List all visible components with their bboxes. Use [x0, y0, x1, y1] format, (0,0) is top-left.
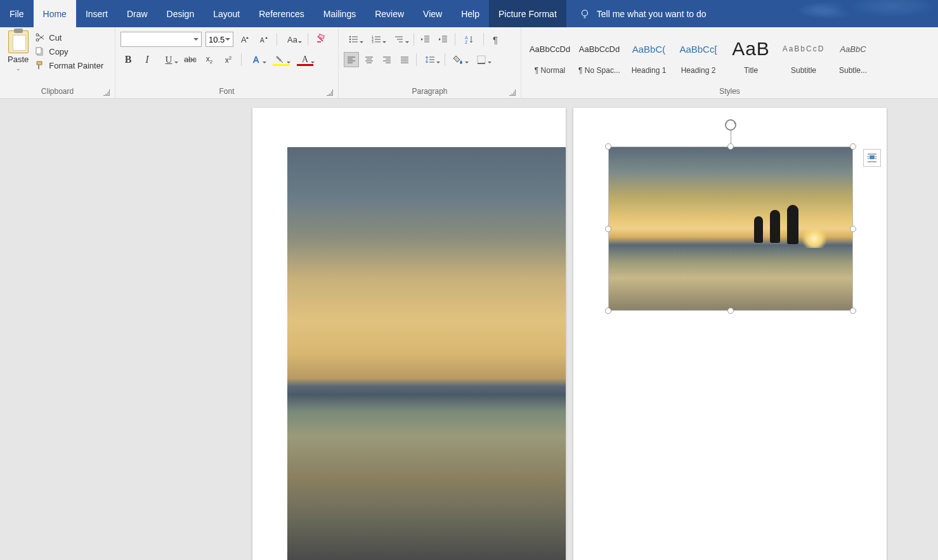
tab-design[interactable]: Design	[157, 0, 204, 27]
style-item-heading-2[interactable]: AaBbCc[Heading 2	[674, 29, 723, 76]
tab-layout[interactable]: Layout	[204, 0, 249, 27]
svg-rect-4	[36, 48, 41, 54]
sort-button[interactable]: AZ	[459, 32, 479, 47]
resize-handle-e[interactable]	[850, 226, 856, 232]
copy-icon	[35, 46, 45, 56]
resize-handle-sw[interactable]	[605, 308, 611, 314]
style-item-subtle-[interactable]: AaBbCSubtle...	[828, 29, 878, 76]
align-left-button[interactable]	[344, 52, 359, 67]
italic-button[interactable]: I	[140, 52, 155, 67]
shading-button[interactable]	[449, 52, 469, 67]
tell-me-search[interactable]: Tell me what you want to do	[579, 0, 707, 27]
text-effects-button[interactable]: A	[247, 52, 267, 67]
align-right-button[interactable]	[379, 52, 394, 67]
page-1[interactable]	[252, 108, 566, 560]
style-item--no-spac-[interactable]: AaBbCcDd¶ No Spac...	[575, 29, 624, 76]
align-center-button[interactable]	[362, 52, 377, 67]
style-preview: AaBbC(	[632, 32, 666, 66]
decorative-paint	[786, 0, 938, 25]
font-name-combo[interactable]	[121, 32, 202, 47]
group-paragraph: 123 AZ	[339, 27, 521, 98]
show-hide-marks-button[interactable]: ¶	[488, 32, 503, 47]
style-item-heading-1[interactable]: AaBbC(Heading 1	[624, 29, 674, 76]
font-size-input[interactable]	[205, 32, 233, 47]
resize-handle-nw[interactable]	[605, 143, 611, 150]
separator	[416, 53, 417, 66]
strikethrough-button[interactable]: abc	[183, 52, 198, 67]
style-item-subtitle[interactable]: AaBbCcDSubtitle	[779, 29, 828, 76]
resize-handle-w[interactable]	[605, 226, 611, 232]
styles-gallery[interactable]: AaBbCcDd¶ NormalAaBbCcDd¶ No Spac...AaBb…	[525, 29, 878, 76]
underline-button[interactable]: U	[159, 52, 179, 67]
grow-font-button[interactable]: A	[237, 32, 252, 47]
resize-handle-n[interactable]	[727, 143, 734, 150]
style-item--normal[interactable]: AaBbCcDd¶ Normal	[525, 29, 575, 76]
change-case-button[interactable]: Aa	[282, 32, 303, 47]
paste-label: Paste	[8, 55, 29, 64]
style-preview: AaBbC	[840, 32, 866, 66]
svg-text:Z: Z	[465, 40, 468, 44]
paragraph-launcher[interactable]	[509, 89, 516, 96]
highlight-button[interactable]	[271, 52, 291, 67]
tab-picture-format[interactable]: Picture Format	[489, 0, 566, 27]
bold-button[interactable]: B	[121, 52, 136, 67]
shrink-font-button[interactable]: A	[256, 32, 271, 47]
document-area[interactable]	[0, 99, 938, 560]
tab-view[interactable]: View	[414, 0, 452, 27]
style-preview: AaBbCcDd	[579, 32, 620, 66]
multilevel-list-button[interactable]	[389, 32, 410, 47]
style-item-title[interactable]: AaBTitle	[723, 29, 779, 76]
svg-text:A: A	[260, 37, 264, 44]
line-spacing-button[interactable]	[420, 52, 441, 67]
rotate-handle[interactable]	[724, 118, 738, 132]
clear-formatting-button[interactable]	[313, 32, 329, 47]
decrease-indent-button[interactable]	[418, 32, 433, 47]
clipboard-launcher[interactable]	[103, 89, 110, 96]
tab-mailings[interactable]: Mailings	[314, 0, 365, 27]
inserted-picture-1[interactable]	[287, 147, 566, 560]
increase-indent-button[interactable]	[436, 32, 451, 47]
style-name-label: Heading 1	[625, 66, 672, 75]
style-name-label: ¶ Normal	[526, 66, 573, 75]
style-name-label: Title	[724, 66, 778, 75]
cut-button[interactable]: Cut	[34, 32, 105, 43]
layout-options-button[interactable]	[863, 149, 881, 167]
svg-point-9	[349, 36, 351, 37]
separator	[455, 33, 455, 46]
font-size-combo[interactable]	[205, 32, 233, 47]
tab-file[interactable]: File	[0, 0, 34, 27]
subscript-button[interactable]: x2	[202, 52, 217, 67]
tab-home[interactable]: Home	[34, 0, 76, 27]
format-painter-button[interactable]: Format Painter	[34, 60, 105, 71]
tab-review[interactable]: Review	[365, 0, 414, 27]
paste-button[interactable]: Paste ⌄	[4, 29, 32, 73]
numbering-button[interactable]: 123	[367, 32, 387, 47]
font-launcher[interactable]	[327, 89, 333, 96]
group-styles: AaBbCcDd¶ NormalAaBbCcDd¶ No Spac...AaBb…	[521, 27, 938, 98]
tab-draw[interactable]: Draw	[117, 0, 157, 27]
style-name-label: Subtitle	[780, 66, 827, 75]
scissors-icon	[35, 32, 45, 42]
justify-button[interactable]	[397, 52, 412, 67]
bullets-button[interactable]	[344, 32, 364, 47]
tab-insert[interactable]: Insert	[76, 0, 117, 27]
superscript-button[interactable]: x2	[221, 52, 236, 67]
resize-handle-s[interactable]	[727, 308, 734, 314]
svg-text:A: A	[465, 36, 468, 40]
svg-point-2	[36, 34, 39, 36]
svg-point-10	[349, 39, 351, 40]
borders-button[interactable]	[472, 52, 492, 67]
svg-text:A: A	[241, 35, 247, 44]
lightbulb-icon	[579, 8, 590, 20]
style-name-label: Heading 2	[675, 66, 722, 75]
font-color-button[interactable]: A	[295, 52, 315, 67]
font-name-input[interactable]	[121, 32, 202, 47]
resize-handle-ne[interactable]	[850, 143, 856, 150]
page-2[interactable]	[573, 108, 887, 560]
copy-button[interactable]: Copy	[34, 46, 105, 57]
paste-dropdown[interactable]: ⌄	[16, 65, 21, 72]
resize-handle-se[interactable]	[850, 308, 856, 314]
tab-help[interactable]: Help	[452, 0, 489, 27]
paintbrush-icon	[35, 60, 45, 70]
tab-references[interactable]: References	[249, 0, 314, 27]
